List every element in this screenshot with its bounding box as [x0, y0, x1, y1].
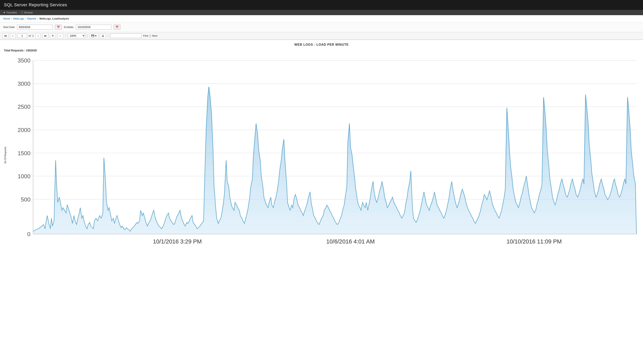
report-toolbar: ⏮ ‹ of 1 › ⏭ ↻ ← 25% 50% 75% 100% 125% 1… — [0, 32, 643, 40]
svg-text:3000: 3000 — [18, 80, 30, 87]
svg-text:0: 0 — [27, 231, 30, 237]
end-date-calendar-btn[interactable]: 📅 — [114, 24, 120, 30]
total-requests: Total Requests : 1952635 — [4, 49, 639, 52]
next-find-btn[interactable]: Next — [152, 34, 158, 37]
breadcrumb-sep-1: › — [11, 17, 12, 20]
svg-text:3500: 3500 — [18, 57, 30, 64]
breadcrumb-home[interactable]: Home — [3, 17, 10, 20]
app-title: SQL Server Reporting Services — [4, 2, 67, 7]
report-title: WEB LOGS - LOAD PER MINUTE — [4, 43, 639, 46]
report-content: WEB LOGS - LOAD PER MINUTE Total Request… — [0, 40, 643, 258]
first-page-btn[interactable]: ⏮ — [2, 33, 8, 38]
page-number-input[interactable] — [17, 34, 27, 38]
svg-text:10/6/2016 4:01 AM: 10/6/2016 4:01 AM — [326, 238, 375, 245]
page-of-label: of — [28, 34, 31, 37]
breadcrumb-reports[interactable]: Reports — [27, 17, 36, 20]
svg-marker-17 — [33, 87, 636, 234]
app-header: SQL Server Reporting Services — [0, 0, 643, 10]
print-btn[interactable]: 🖨 — [100, 33, 106, 38]
favorites-label: Favorites — [6, 11, 17, 14]
svg-text:10/1/2016 3:29 PM: 10/1/2016 3:29 PM — [153, 238, 202, 245]
next-page-btn[interactable]: › — [35, 33, 41, 38]
chart-wrapper: No Of Requests 3500 3000 2500 2000 1500 … — [4, 55, 639, 255]
find-btn[interactable]: Find — [143, 34, 148, 37]
svg-text:10/10/2016 11:09 PM: 10/10/2016 11:09 PM — [506, 238, 562, 245]
browse-nav-item[interactable]: Browse — [21, 11, 33, 14]
zoom-select[interactable]: 25% 50% 75% 100% 125% 150% 200% — [68, 33, 85, 38]
start-date-label: Start Date — [3, 26, 15, 28]
svg-text:500: 500 — [21, 196, 30, 203]
back-btn[interactable]: ← — [57, 33, 64, 38]
toolbar-divider-3 — [108, 34, 108, 38]
toolbar-pipe: | — [150, 34, 150, 38]
svg-text:1500: 1500 — [18, 150, 30, 156]
browse-icon — [21, 11, 23, 14]
star-icon — [3, 11, 6, 14]
chart-svg: 3500 3000 2500 2000 1500 1000 500 0 — [10, 55, 639, 255]
end-date-label: Enddate — [64, 26, 74, 28]
last-page-btn[interactable]: ⏭ — [42, 33, 48, 38]
breadcrumb-sep-2: › — [25, 17, 26, 20]
toolbar-divider-2 — [87, 34, 88, 38]
svg-text:2500: 2500 — [18, 104, 30, 110]
prev-page-btn[interactable]: ‹ — [10, 33, 16, 38]
y-axis-label: No Of Requests — [4, 55, 8, 255]
search-input[interactable] — [110, 34, 142, 38]
end-date-input[interactable] — [76, 24, 111, 30]
browse-label: Browse — [24, 11, 33, 14]
breadcrumb-weblogs[interactable]: WebLogs — [13, 17, 24, 20]
start-date-calendar-btn[interactable]: 📅 — [55, 24, 62, 30]
start-date-input[interactable] — [17, 24, 52, 30]
favorites-nav-item[interactable]: Favorites — [3, 11, 17, 14]
navbar: Favorites Browse — [0, 10, 643, 15]
breadcrumb-sep-3: › — [38, 17, 38, 20]
export-btn[interactable]: 💾 ▾ — [90, 33, 98, 38]
page-total: 1 — [32, 34, 34, 37]
refresh-btn[interactable]: ↻ — [50, 33, 56, 38]
svg-text:1000: 1000 — [18, 173, 30, 180]
svg-text:2000: 2000 — [18, 127, 30, 133]
breadcrumb: Home › WebLogs › Reports › WebLogs_LoadA… — [0, 15, 643, 22]
parameters-bar: Start Date 📅 Enddate 📅 — [0, 22, 643, 32]
chart-area: 3500 3000 2500 2000 1500 1000 500 0 — [10, 55, 639, 255]
breadcrumb-current: WebLogs_LoadAnalysis — [40, 17, 69, 20]
